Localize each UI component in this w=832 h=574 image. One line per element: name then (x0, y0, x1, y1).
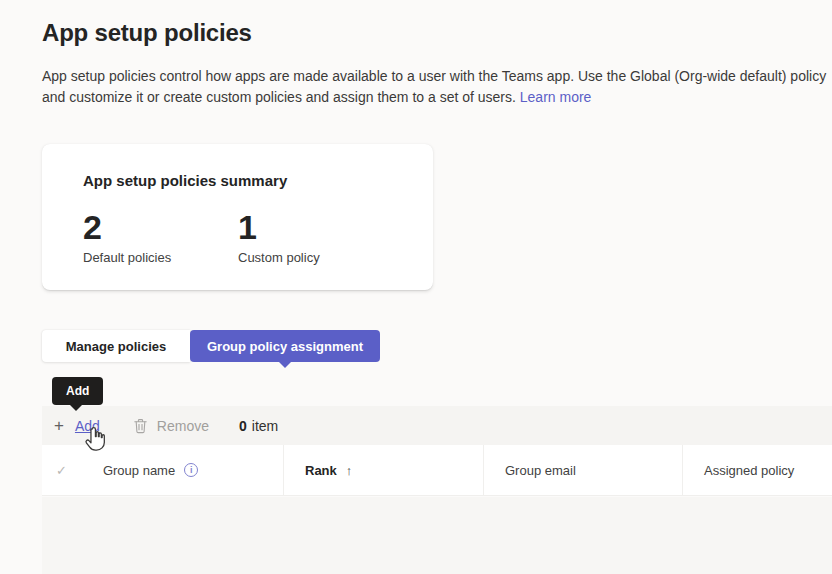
column-header-assigned-policy: Assigned policy (682, 445, 832, 495)
column-header-group-email: Group email (483, 445, 682, 495)
column-header-group-name: ✓ Group name i (42, 445, 283, 495)
empty-table-body (42, 497, 832, 574)
selected-item-count: 0 item (239, 418, 278, 434)
tab-manage-policies-label: Manage policies (66, 339, 166, 354)
remove-button-label: Remove (157, 418, 209, 434)
table-header-row: ✓ Group name i Rank ↑ Group email Assign… (42, 445, 832, 496)
add-tooltip: Add (52, 377, 103, 405)
description-line-2: and customize it or create custom polici… (42, 89, 516, 105)
tab-group-policy-assignment[interactable]: Group policy assignment (190, 330, 380, 362)
sort-ascending-icon[interactable]: ↑ (346, 463, 353, 478)
plus-icon: + (54, 417, 64, 434)
app-setup-policies-page: App setup policies App setup policies co… (0, 0, 832, 574)
item-count-unit: item (252, 418, 278, 434)
stat-custom-policy-label: Custom policy (238, 250, 393, 265)
hand-cursor-icon (82, 425, 108, 458)
summary-card: App setup policies summary 2 Default pol… (42, 144, 433, 290)
table-toolbar: + Add Remove 0 item (42, 406, 832, 445)
page-description: App setup policies control how apps are … (42, 66, 832, 108)
column-header-rank[interactable]: Rank ↑ (283, 445, 483, 495)
description-line-1: App setup policies control how apps are … (42, 68, 826, 84)
summary-card-title: App setup policies summary (83, 172, 393, 189)
tab-bar: Manage policies Group policy assignment (42, 330, 380, 362)
learn-more-link[interactable]: Learn more (520, 89, 592, 105)
stat-default-policies-label: Default policies (83, 250, 238, 265)
item-count-value: 0 (239, 418, 247, 434)
assigned-policy-column-label: Assigned policy (704, 463, 794, 478)
summary-stats: 2 Default policies 1 Custom policy (83, 209, 393, 265)
remove-button[interactable]: Remove (100, 418, 209, 434)
stat-custom-policy-value: 1 (238, 209, 393, 245)
tab-group-policy-assignment-label: Group policy assignment (207, 339, 363, 354)
rank-column-label: Rank (305, 463, 337, 478)
page-title: App setup policies (42, 19, 252, 47)
group-name-column-label: Group name (103, 463, 175, 478)
info-icon[interactable]: i (184, 463, 198, 477)
stat-custom-policy: 1 Custom policy (238, 209, 393, 265)
group-email-column-label: Group email (505, 463, 576, 478)
select-all-checkbox[interactable]: ✓ (56, 463, 67, 478)
stat-default-policies-value: 2 (83, 209, 238, 245)
trash-icon (133, 418, 148, 434)
tab-manage-policies[interactable]: Manage policies (42, 330, 190, 362)
stat-default-policies: 2 Default policies (83, 209, 238, 265)
add-tooltip-text: Add (66, 384, 89, 398)
